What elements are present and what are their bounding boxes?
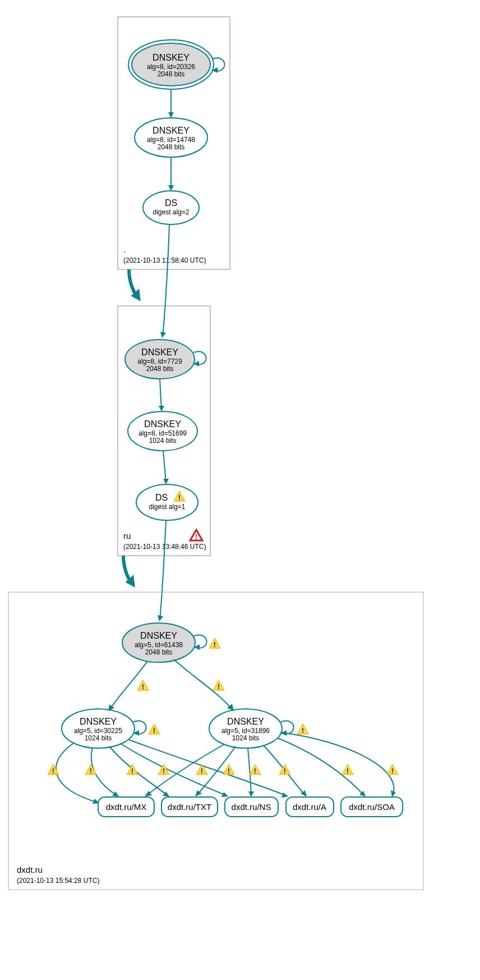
svg-text:DNSKEY: DNSKEY bbox=[153, 126, 190, 135]
svg-text:DNSKEY: DNSKEY bbox=[144, 419, 181, 429]
svg-text:!: ! bbox=[302, 726, 304, 735]
svg-marker-27 bbox=[158, 615, 163, 621]
svg-text:1024 bits: 1024 bits bbox=[85, 734, 112, 742]
svg-text:DNSKEY: DNSKEY bbox=[140, 631, 177, 640]
svg-marker-25 bbox=[163, 479, 169, 484]
svg-text:!: ! bbox=[218, 683, 220, 691]
svg-text:alg=8, id=51699: alg=8, id=51699 bbox=[139, 429, 187, 437]
svg-text:digest alg=1: digest alg=1 bbox=[149, 503, 185, 511]
svg-text:!: ! bbox=[391, 767, 394, 775]
svg-text:DS: DS bbox=[155, 493, 168, 502]
svg-text:dxdt.ru/SOA: dxdt.ru/SOA bbox=[349, 802, 395, 812]
svg-text:DS: DS bbox=[165, 198, 177, 208]
svg-text:1024 bits: 1024 bits bbox=[149, 437, 177, 445]
svg-text:!: ! bbox=[178, 493, 181, 502]
svg-text:dxdt.ru/TXT: dxdt.ru/TXT bbox=[168, 802, 211, 812]
svg-marker-24 bbox=[159, 406, 164, 411]
svg-text:dxdt.ru/MX: dxdt.ru/MX bbox=[106, 802, 147, 812]
svg-text:alg=8, id=20326: alg=8, id=20326 bbox=[147, 63, 195, 71]
svg-text:DNSKEY: DNSKEY bbox=[141, 347, 178, 357]
svg-text:digest alg=2: digest alg=2 bbox=[153, 208, 189, 216]
svg-text:dxdt.ru/NS: dxdt.ru/NS bbox=[232, 802, 271, 812]
svg-text:alg=8, id=14748: alg=8, id=14748 bbox=[147, 136, 195, 144]
svg-text:!: ! bbox=[153, 726, 155, 735]
svg-text:!: ! bbox=[142, 683, 144, 691]
node-root-ds bbox=[143, 191, 199, 225]
svg-text:1024 bits: 1024 bits bbox=[232, 734, 260, 742]
svg-marker-53 bbox=[112, 791, 119, 796]
svg-marker-59 bbox=[248, 791, 254, 797]
node-ru-ds bbox=[136, 484, 198, 520]
svg-text:DNSKEY: DNSKEY bbox=[153, 53, 190, 62]
svg-marker-9 bbox=[168, 112, 174, 118]
svg-text:!: ! bbox=[195, 533, 197, 541]
svg-marker-56 bbox=[281, 793, 288, 798]
svg-text:2048 bits: 2048 bits bbox=[145, 648, 173, 656]
zone-label-ru: ru bbox=[123, 531, 131, 541]
svg-text:2048 bits: 2048 bits bbox=[146, 365, 174, 373]
svg-text:!: ! bbox=[52, 767, 54, 775]
zone-timestamp-root: (2021-10-13 11:58:40 UTC) bbox=[123, 257, 206, 264]
zone-label-dxdt: dxdt.ru bbox=[17, 865, 43, 874]
svg-marker-12 bbox=[160, 332, 166, 338]
svg-text:2048 bits: 2048 bits bbox=[158, 70, 185, 78]
zone-timestamp-dxdt: (2021-10-13 15:54:28 UTC) bbox=[17, 877, 99, 885]
svg-text:!: ! bbox=[131, 767, 133, 775]
svg-text:!: ! bbox=[228, 767, 230, 775]
svg-text:DNSKEY: DNSKEY bbox=[80, 717, 117, 726]
svg-text:dxdt.ru/A: dxdt.ru/A bbox=[293, 802, 326, 812]
svg-text:!: ! bbox=[254, 767, 256, 775]
svg-text:!: ! bbox=[201, 767, 203, 775]
svg-text:!: ! bbox=[90, 767, 92, 775]
svg-text:alg=5, id=31896: alg=5, id=31896 bbox=[221, 727, 270, 735]
svg-text:!: ! bbox=[284, 767, 286, 775]
svg-text:alg=8, id=7729: alg=8, id=7729 bbox=[137, 358, 182, 365]
svg-text:!: ! bbox=[163, 767, 165, 775]
svg-text:!: ! bbox=[214, 640, 216, 649]
zone-label-root: . bbox=[123, 245, 126, 254]
dnssec-diagram: . (2021-10-13 11:58:40 UTC) DNSKEY alg=8… bbox=[0, 0, 480, 980]
svg-text:2048 bits: 2048 bits bbox=[158, 143, 185, 151]
svg-text:alg=5, id=61438: alg=5, id=61438 bbox=[135, 641, 183, 649]
svg-text:alg=5, id=30225: alg=5, id=30225 bbox=[74, 727, 122, 735]
svg-marker-10 bbox=[168, 185, 174, 191]
svg-text:!: ! bbox=[347, 767, 349, 775]
svg-text:DNSKEY: DNSKEY bbox=[227, 717, 264, 726]
